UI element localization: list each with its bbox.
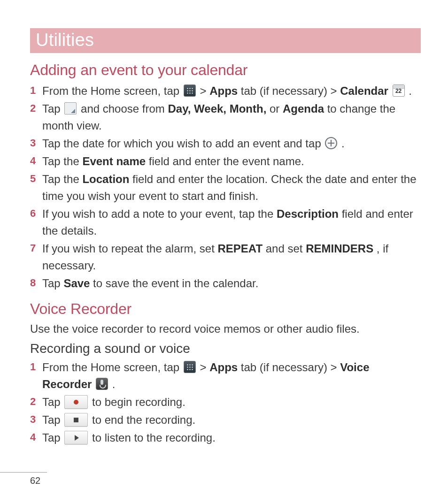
bold-text: REPEAT [218,242,263,255]
text: tab (if necessary) > [241,84,340,97]
step-item: If you wish to repeat the alarm, set REP… [30,240,421,274]
bold-text: Day, Week, Month, [168,102,266,115]
text: . [112,378,116,390]
chapter-title: Utilities [36,30,94,50]
apps-grid-icon [184,84,196,97]
step-item: If you wish to add a note to your event,… [30,206,421,239]
text: If you wish to repeat the alarm, set [42,242,218,255]
text: and set [266,242,306,255]
text: to save the event in the calendar. [93,277,258,290]
text: and choose from [81,102,168,115]
text: field and enter the event name. [149,155,304,168]
step-item: Tap and choose from Day, Week, Month, or… [30,100,421,134]
record-button-icon [64,395,88,409]
bold-text: Calendar [340,84,388,97]
calendar-icon: 22 [393,84,405,97]
text: Tap [42,431,63,444]
voice-recorder-intro: Use the voice recorder to record voice m… [30,321,421,336]
plus-circle-icon [325,137,337,149]
bold-text: Apps [209,84,238,97]
page-number: 62 [0,475,40,486]
text: Tap the [42,173,82,185]
step-item: Tap to end the recording. [30,412,421,428]
text: Tap the [42,155,82,168]
text: > [200,84,209,97]
calendar-day: 22 [393,86,404,96]
text: or [270,102,283,115]
bold-text: REMINDERS [306,242,373,255]
step-item: Tap the Location field and enter the loc… [30,171,421,205]
step-item: Tap to listen to the recording. [30,429,421,446]
step-item: From the Home screen, tap > Apps tab (if… [30,83,421,99]
bold-text: Save [63,277,90,290]
text: Tap [42,277,63,290]
text: From the Home screen, tap [42,361,183,374]
stop-button-icon [64,413,88,427]
bold-text: Location [82,173,129,185]
text: From the Home screen, tap [42,84,183,97]
page-footer: 62 [0,472,47,486]
voice-recorder-icon [96,378,108,390]
step-item: Tap the Event name field and enter the e… [30,153,421,170]
text: . [341,137,345,150]
calendar-steps: From the Home screen, tap > Apps tab (if… [30,83,421,292]
text: tab (if necessary) > [241,361,340,374]
text: > [200,361,209,374]
section-heading-calendar: Adding an event to your calendar [30,61,421,79]
bold-text: Event name [82,155,146,168]
text: Tap [42,396,63,408]
step-item: Tap Save to save the event in the calend… [30,275,421,292]
step-item: From the Home screen, tap > Apps tab (if… [30,359,421,393]
text: If you wish to add a note to your event,… [42,207,277,220]
subsection-heading-recording: Recording a sound or voice [30,341,421,356]
play-button-icon [64,431,88,444]
bold-text: Agenda [283,102,324,115]
text: Tap [42,413,63,426]
bold-text: Apps [209,361,238,374]
recorder-steps: From the Home screen, tap > Apps tab (if… [30,359,421,446]
section-heading-voice-recorder: Voice Recorder [30,300,421,318]
dropdown-icon [64,102,77,115]
chapter-title-bar: Utilities [30,28,421,53]
text: . [409,84,412,97]
text: Tap [42,102,63,115]
step-item: Tap to begin recording. [30,394,421,411]
manual-page: Utilities Adding an event to your calend… [0,0,448,504]
text: to end the recording. [92,413,195,426]
bold-text: Description [277,207,339,220]
text: to begin recording. [92,396,185,408]
text: to listen to the recording. [92,431,216,444]
step-item: Tap the date for which you wish to add a… [30,135,421,152]
text: Tap the date for which you wish to add a… [42,137,324,150]
apps-grid-icon [184,361,196,373]
